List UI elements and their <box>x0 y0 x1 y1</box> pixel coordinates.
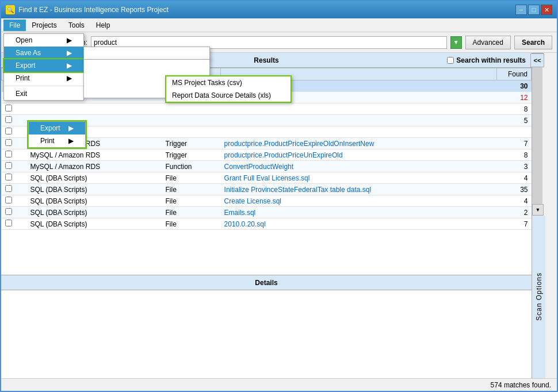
row-type: Trigger <box>162 138 221 149</box>
row-found: 5 <box>497 115 532 126</box>
window-title: Find it EZ - Business Intelligence Repor… <box>18 6 515 14</box>
col-found: Found <box>497 68 532 80</box>
row-source: MySQL / Amazon RDS <box>27 161 162 172</box>
row-indicator <box>16 184 27 195</box>
row-indicator <box>16 149 27 161</box>
scroll-panel: ▲ ▼ <box>532 53 543 216</box>
row-indicator <box>16 218 27 230</box>
row-checkbox[interactable] <box>5 174 12 180</box>
row-indicator <box>16 207 27 218</box>
row-checkbox[interactable] <box>5 208 12 215</box>
minimize-button[interactable]: − <box>515 5 527 15</box>
file-print[interactable]: Print ▶ <box>4 72 83 84</box>
scan-options-label: Scan Options <box>535 272 543 321</box>
scan-options-panel[interactable]: Scan Options <box>532 216 545 378</box>
file-export-sub-item[interactable]: Export <box>29 122 85 134</box>
file-export[interactable]: Export ▶ Search Results List (xls) Searc… <box>4 59 83 72</box>
save-as-submenu: Find it EZ Package <box>83 47 210 60</box>
row-found: 2 <box>497 207 532 218</box>
file-menu-wrapper: File Open ▶ Save As ▶ Find it EZ Package… <box>3 20 26 31</box>
row-type: File <box>162 218 221 230</box>
row-found: 7 <box>497 138 532 149</box>
table-row: SQL (DBA Scripts) File 2010.0.20.sql 7 <box>2 218 532 230</box>
maximize-button[interactable]: □ <box>528 5 540 15</box>
row-found <box>497 126 532 138</box>
row-source: MySQL / Amazon RDS <box>27 149 162 161</box>
details-content <box>1 290 532 378</box>
export-report-data-source[interactable]: Report Data Source Details (xls) <box>166 89 291 102</box>
advanced-button[interactable]: Advanced <box>465 36 511 49</box>
row-checkbox[interactable] <box>5 220 12 226</box>
row-ct[interactable]: productprice.ProductPriceExpireOldOnInse… <box>221 138 497 149</box>
row-ct[interactable]: 2010.0.20.sql <box>221 218 497 230</box>
row-checkbox[interactable] <box>5 116 12 123</box>
scroll-track <box>532 64 542 204</box>
table-row: 8 <box>2 103 532 115</box>
search-button[interactable]: Search <box>514 36 552 49</box>
file-print-sub-item[interactable]: Print ▶ <box>29 134 85 147</box>
row-indicator <box>16 126 27 138</box>
row-type <box>162 103 221 115</box>
search-dropdown-button[interactable]: ▼ <box>450 36 462 49</box>
table-row: MySQL / Amazon RDS Trigger productprice.… <box>2 149 532 161</box>
row-checkbox[interactable] <box>5 151 12 157</box>
details-panel: Details <box>1 275 532 378</box>
row-ct[interactable]: Grant Full Eval Licenses.sql <box>221 172 497 184</box>
row-checkbox[interactable] <box>5 105 12 112</box>
file-save-as[interactable]: Save As ▶ Find it EZ Package <box>4 47 83 59</box>
row-type: File <box>162 184 221 195</box>
row-type: File <box>162 172 221 184</box>
table-row: SQL (DBA Scripts) File Create License.sq… <box>2 195 532 207</box>
table-row: SQL (DBA Scripts) File Initialize Provin… <box>2 184 532 195</box>
collapse-button[interactable]: << <box>530 53 544 67</box>
window-controls: − □ ✕ <box>515 5 552 15</box>
row-ct[interactable]: ConvertProductWeight <box>221 161 497 172</box>
file-exit[interactable]: Exit <box>4 87 83 100</box>
row-type: File <box>162 207 221 218</box>
results-title: Results <box>254 56 278 64</box>
row-indicator <box>16 172 27 184</box>
row-found: 4 <box>497 172 532 184</box>
row-found: 30 <box>497 80 532 92</box>
scroll-down-button[interactable]: ▼ <box>532 204 544 216</box>
close-button[interactable]: ✕ <box>541 5 552 15</box>
row-source: SQL (DBA Scripts) <box>27 218 162 230</box>
row-ct[interactable]: productprice.ProductPriceUnExpireOld <box>221 149 497 161</box>
row-ct[interactable]: Create License.sql <box>221 195 497 207</box>
row-source: SQL (DBA Scripts) <box>27 184 162 195</box>
app-icon: 🔍 <box>6 5 15 14</box>
row-ct[interactable]: Initialize ProvinceStateFederalTax table… <box>221 184 497 195</box>
row-found: 7 <box>497 218 532 230</box>
row-indicator <box>16 138 27 149</box>
row-found: 8 <box>497 103 532 115</box>
row-checkbox[interactable] <box>5 139 12 146</box>
row-found: 8 <box>497 149 532 161</box>
search-within-checkbox[interactable] <box>447 57 454 64</box>
row-indicator <box>16 103 27 115</box>
file-open[interactable]: Open ▶ <box>4 34 83 47</box>
row-indicator <box>16 161 27 172</box>
menu-bar: File Open ▶ Save As ▶ Find it EZ Package… <box>1 18 557 32</box>
export-search-results-list[interactable]: Search Results List (xls) <box>84 60 209 72</box>
row-checkbox[interactable] <box>5 197 12 203</box>
main-window: 🔍 Find it EZ - Business Intelligence Rep… <box>0 0 558 392</box>
row-checkbox[interactable] <box>5 162 12 169</box>
menu-item-file[interactable]: File <box>3 20 26 31</box>
menu-item-tools[interactable]: Tools <box>63 20 90 31</box>
row-source <box>27 103 162 115</box>
row-source: SQL (DBA Scripts) <box>27 207 162 218</box>
title-bar: 🔍 Find it EZ - Business Intelligence Rep… <box>1 1 557 18</box>
row-ct[interactable]: Emails.sql <box>221 207 497 218</box>
search-within-label: Search within results <box>456 56 526 64</box>
export-ms-project-tasks[interactable]: MS Project Tasks (csv) <box>166 76 291 89</box>
row-checkbox[interactable] <box>5 185 12 192</box>
menu-item-help[interactable]: Help <box>90 20 116 31</box>
export-submenu-nested: MS Project Tasks (csv) Report Data Sourc… <box>165 75 292 103</box>
row-checkbox[interactable] <box>5 128 12 134</box>
menu-item-projects[interactable]: Projects <box>26 20 62 31</box>
status-bar: 574 matches found. <box>1 378 557 391</box>
details-title: Details <box>255 279 277 287</box>
row-type: Function <box>162 161 221 172</box>
save-as-finditeez-package[interactable]: Find it EZ Package <box>84 47 209 60</box>
table-row: SQL (DBA Scripts) File Grant Full Eval L… <box>2 172 532 184</box>
